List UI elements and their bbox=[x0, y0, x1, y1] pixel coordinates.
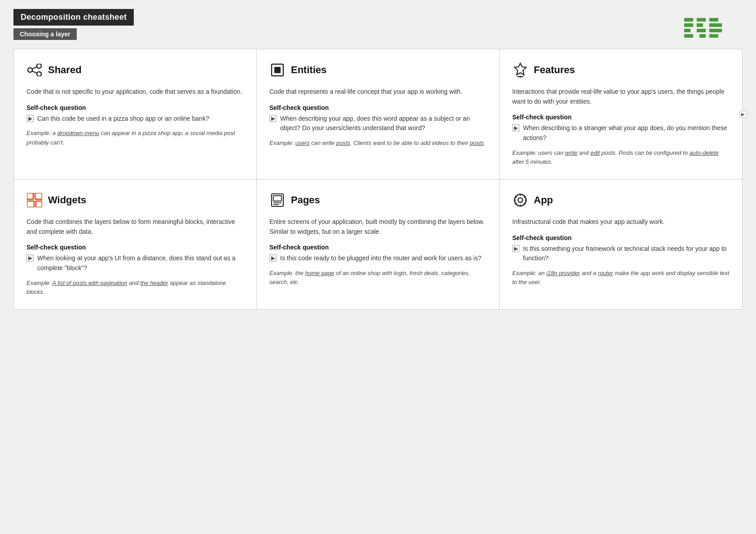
card-pages-title: Pages bbox=[291, 194, 320, 206]
card-widgets-question: When looking at your app's UI from a dis… bbox=[37, 254, 244, 273]
app-bullet: ▶ bbox=[512, 245, 519, 252]
card-widgets-title: Widgets bbox=[48, 194, 86, 206]
svg-point-30 bbox=[514, 194, 526, 206]
svg-rect-10 bbox=[709, 29, 722, 32]
card-entities-example: Example: users can write posts. Clients … bbox=[269, 139, 487, 148]
card-widgets-check-label: Self-check question bbox=[26, 244, 244, 251]
card-features-check: ▶ When describing to a stranger what you… bbox=[512, 123, 730, 143]
svg-rect-23 bbox=[27, 201, 34, 207]
svg-point-12 bbox=[28, 68, 32, 72]
widgets-bullet: ▶ bbox=[26, 254, 34, 262]
card-pages: Pages Entire screens of your application… bbox=[257, 179, 499, 309]
card-app-question: Is this something your framework or tech… bbox=[523, 244, 730, 263]
shared-icon bbox=[26, 62, 43, 78]
card-app-check: ▶ Is this something your framework or te… bbox=[512, 244, 730, 263]
card-entities: Entities Code that represents a real-lif… bbox=[257, 49, 499, 179]
card-entities-desc: Code that represents a real-life concept… bbox=[269, 87, 487, 97]
card-features-title: Features bbox=[534, 64, 575, 76]
card-app-header: App bbox=[512, 192, 730, 208]
card-pages-question: Is this code ready to be plugged into th… bbox=[280, 254, 481, 263]
svg-rect-22 bbox=[35, 193, 42, 199]
svg-rect-9 bbox=[709, 23, 722, 27]
card-features-check-label: Self-check question bbox=[512, 114, 730, 121]
card-shared-check-label: Self-check question bbox=[26, 104, 244, 111]
header-section: Decomposition cheatsheet Choosing a laye… bbox=[13, 9, 743, 40]
svg-rect-7 bbox=[699, 34, 706, 38]
features-icon bbox=[512, 62, 528, 78]
card-widgets-header: Widgets bbox=[26, 192, 244, 208]
card-pages-header: Pages bbox=[269, 192, 487, 208]
widgets-icon bbox=[26, 192, 43, 208]
svg-rect-24 bbox=[36, 201, 42, 207]
card-features-example: Example: users can write and edit posts.… bbox=[512, 149, 730, 166]
svg-rect-8 bbox=[709, 18, 718, 22]
features-bullet: ▶ bbox=[512, 124, 519, 131]
card-shared-desc: Code that is not specific to your applic… bbox=[26, 87, 244, 97]
card-widgets: Widgets Code that combines the layers be… bbox=[14, 179, 256, 309]
card-entities-header: Entities bbox=[269, 62, 487, 78]
card-app-check-label: Self-check question bbox=[512, 234, 730, 241]
card-app-title: App bbox=[534, 194, 553, 206]
card-features-header: Features bbox=[512, 62, 730, 78]
fsd-logo bbox=[684, 18, 725, 47]
svg-rect-6 bbox=[697, 29, 706, 32]
card-entities-question: When describing your app, does this word… bbox=[280, 114, 487, 133]
card-app-desc: Infrastructural code that makes your app… bbox=[512, 217, 730, 227]
svg-rect-1 bbox=[684, 23, 693, 27]
svg-point-31 bbox=[518, 198, 523, 202]
card-pages-check: ▶ Is this code ready to be plugged into … bbox=[269, 254, 487, 263]
svg-rect-18 bbox=[274, 67, 281, 73]
card-pages-desc: Entire screens of your application, buil… bbox=[269, 217, 487, 236]
card-entities-title: Entities bbox=[291, 64, 326, 76]
shared-bullet: ▶ bbox=[26, 115, 34, 122]
pages-icon bbox=[269, 192, 286, 208]
card-entities-check-label: Self-check question bbox=[269, 104, 487, 111]
svg-line-15 bbox=[32, 67, 37, 69]
main-title: Decomposition cheatsheet bbox=[13, 9, 134, 26]
card-shared-example: Example: a dropdown menu can appear in a… bbox=[26, 129, 244, 147]
card-features-question: When describing to a stranger what your … bbox=[523, 123, 730, 143]
card-shared-check: ▶ Can this code be used in a pizza shop … bbox=[26, 114, 244, 124]
svg-rect-5 bbox=[697, 23, 703, 27]
page-header: Decomposition cheatsheet Choosing a laye… bbox=[13, 9, 743, 40]
svg-rect-3 bbox=[684, 34, 693, 38]
card-shared-question: Can this code be used in a pizza shop ap… bbox=[37, 114, 209, 124]
subtitle-bar: Choosing a layer bbox=[13, 28, 77, 40]
svg-rect-4 bbox=[697, 18, 706, 22]
card-app-example: Example: an i18n provider and a router m… bbox=[512, 269, 730, 287]
app-icon bbox=[512, 192, 528, 208]
svg-rect-0 bbox=[684, 18, 693, 22]
entities-icon bbox=[269, 62, 286, 78]
card-widgets-desc: Code that combines the layers below to f… bbox=[26, 217, 244, 236]
card-pages-check-label: Self-check question bbox=[269, 244, 487, 251]
card-entities-check: ▶ When describing your app, does this wo… bbox=[269, 114, 487, 133]
card-widgets-example: Example: A list of posts with pagination… bbox=[26, 279, 244, 297]
svg-rect-26 bbox=[273, 196, 281, 201]
svg-point-14 bbox=[37, 72, 41, 76]
card-shared-header: Shared bbox=[26, 62, 244, 78]
svg-line-16 bbox=[32, 71, 37, 73]
card-grid: Shared Code that is not specific to your… bbox=[13, 49, 743, 310]
card-widgets-check: ▶ When looking at your app's UI from a d… bbox=[26, 254, 244, 273]
svg-rect-21 bbox=[27, 193, 33, 199]
card-pages-example: Example: the home page of an online shop… bbox=[269, 269, 487, 287]
pages-bullet: ▶ bbox=[269, 254, 277, 262]
svg-rect-11 bbox=[709, 34, 718, 38]
svg-rect-2 bbox=[684, 29, 690, 32]
features-right-arrow: ▶ bbox=[739, 111, 747, 118]
card-shared-title: Shared bbox=[48, 64, 82, 76]
logo-svg bbox=[684, 18, 725, 45]
svg-point-13 bbox=[37, 64, 41, 68]
entities-bullet: ▶ bbox=[269, 115, 277, 122]
card-shared: Shared Code that is not specific to your… bbox=[14, 49, 256, 179]
card-features: Features Interactions that provide real-… bbox=[500, 49, 742, 179]
card-app: App Infrastructural code that makes your… bbox=[500, 179, 742, 309]
card-features-desc: Interactions that provide real-life valu… bbox=[512, 87, 730, 106]
